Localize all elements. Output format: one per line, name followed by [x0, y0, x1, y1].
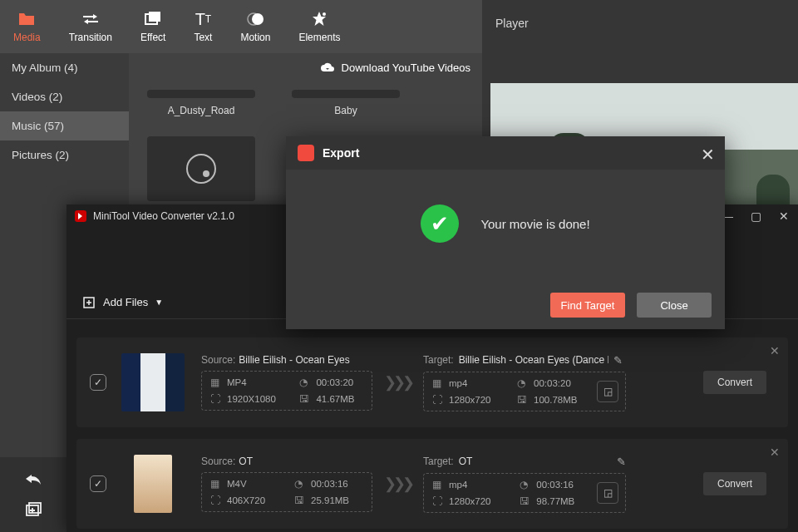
source-column: Source:OT ▦M4V ◔00:03:16 ⛶406X720 🖫25.91…: [201, 456, 372, 512]
tab-effect[interactable]: Effect: [140, 10, 165, 43]
add-files-label: Add Files: [103, 296, 148, 308]
sidebar-item-pictures[interactable]: Pictures (2): [0, 140, 129, 170]
source-resolution: 1920X1080: [227, 394, 276, 404]
target-prefix: Target:: [423, 456, 454, 467]
download-youtube-label: Download YouTube Videos: [342, 62, 470, 74]
converter-job-row: ✓ Source:OT ▦M4V ◔00:03:16 ⛶406X720 🖫25.…: [76, 439, 788, 529]
export-dialog-body: ✔ Your movie is done!: [286, 170, 725, 278]
convert-button[interactable]: Convert: [703, 472, 766, 495]
filesize-icon: 🖫: [517, 394, 529, 406]
tab-media-label: Media: [13, 32, 41, 43]
resolution-icon: ⛶: [432, 394, 444, 406]
source-resolution: 406X720: [227, 495, 265, 505]
source-size: 41.67MB: [316, 394, 354, 404]
source-format: M4V: [227, 479, 247, 489]
target-meta-box: ▦mp4 ◔00:03:16 ⛶1280x720 🖫98.77MB ◲: [423, 473, 626, 513]
format-icon: ▦: [210, 478, 222, 490]
tab-transition[interactable]: Transition: [69, 10, 112, 43]
source-prefix: Source:: [201, 456, 235, 467]
maximize-button[interactable]: ▢: [741, 204, 770, 228]
format-icon: ▦: [432, 479, 444, 490]
edit-target-icon[interactable]: ✎: [617, 456, 626, 468]
resolution-icon: ⛶: [210, 393, 222, 405]
tab-motion[interactable]: Motion: [240, 10, 270, 43]
target-column: Target:Billie Eilish - Ocean Eyes (Dance…: [423, 354, 626, 411]
export-app-icon: [298, 145, 314, 161]
add-track-icon[interactable]: [25, 502, 42, 517]
target-size: 98.77MB: [536, 496, 574, 506]
chevron-down-icon[interactable]: ▼: [155, 298, 163, 307]
clock-icon: ◔: [299, 377, 311, 388]
export-message: Your movie is done!: [480, 217, 589, 231]
timeline-tool-column: [0, 457, 66, 532]
source-size: 25.91MB: [311, 495, 349, 505]
undo-icon[interactable]: [24, 472, 42, 485]
source-column: Source:Billie Eilish - Ocean Eyes ▦MP4 ◔…: [201, 354, 372, 411]
source-thumbnail: [134, 455, 172, 513]
elements-icon: [311, 10, 328, 28]
sidebar-item-my-album[interactable]: My Album (4): [0, 53, 129, 82]
clock-icon: ◔: [517, 377, 529, 389]
clock-icon: ◔: [294, 478, 306, 490]
row-checkbox[interactable]: ✓: [90, 374, 106, 391]
tab-motion-label: Motion: [240, 32, 270, 43]
tab-effect-label: Effect: [140, 32, 165, 43]
convert-button[interactable]: Convert: [703, 371, 766, 394]
close-button[interactable]: Close: [637, 293, 712, 318]
effect-icon: [145, 10, 161, 28]
converter-job-row: ✓ Source:Billie Eilish - Ocean Eyes ▦MP4…: [76, 337, 788, 427]
target-resolution: 1280x720: [449, 395, 491, 405]
text-icon: TT: [195, 10, 212, 28]
row-checkbox[interactable]: ✓: [90, 475, 106, 492]
player-title: Player: [482, 0, 798, 47]
add-file-icon: [83, 296, 96, 309]
source-thumbnail: [121, 353, 185, 411]
music-note-icon: [186, 154, 216, 184]
target-settings-button[interactable]: ◲: [597, 381, 618, 402]
remove-row-icon[interactable]: ✕: [770, 446, 780, 459]
svg-rect-6: [29, 503, 41, 513]
source-name: OT: [239, 456, 253, 467]
format-icon: ▦: [210, 377, 222, 388]
target-name: Billie Eilish - Ocean Eyes (Dance Perf: [459, 354, 608, 366]
remove-row-icon[interactable]: ✕: [770, 344, 780, 357]
clock-icon: ◔: [520, 479, 531, 490]
tab-media[interactable]: Media: [13, 10, 41, 43]
add-files-button[interactable]: Add Files ▼: [83, 296, 163, 309]
sidebar-item-music[interactable]: Music (57): [0, 111, 129, 140]
export-dialog-footer: Find Target Close: [550, 293, 712, 318]
source-prefix: Source:: [201, 354, 235, 366]
source-format: MP4: [227, 377, 247, 387]
target-duration: 00:03:16: [536, 480, 574, 490]
tab-elements[interactable]: Elements: [298, 10, 340, 43]
export-dialog-header[interactable]: Export ✕: [286, 136, 725, 170]
target-settings-button[interactable]: ◲: [597, 482, 618, 504]
close-icon[interactable]: ✕: [701, 145, 715, 165]
tab-transition-label: Transition: [69, 32, 112, 43]
media-thumb[interactable]: A_Dusty_Road: [147, 90, 255, 116]
target-duration: 00:03:20: [534, 378, 571, 388]
converter-title: MiniTool Video Converter v2.1.0: [93, 210, 234, 222]
find-target-button[interactable]: Find Target: [550, 293, 625, 318]
cloud-download-icon: [320, 62, 335, 74]
filesize-icon: 🖫: [299, 393, 311, 405]
export-dialog: Export ✕ ✔ Your movie is done! Find Targ…: [286, 136, 725, 329]
target-resolution: 1280x720: [449, 496, 491, 506]
media-thumb[interactable]: Baby: [292, 90, 400, 116]
edit-target-icon[interactable]: ✎: [613, 354, 623, 367]
sidebar-item-videos[interactable]: Videos (2): [0, 82, 129, 111]
close-window-button[interactable]: ✕: [770, 204, 798, 228]
target-name: OT: [459, 456, 473, 467]
media-thumb-label: Baby: [292, 105, 400, 116]
tab-elements-label: Elements: [298, 32, 340, 43]
export-dialog-title: Export: [323, 146, 359, 160]
tab-text-label: Text: [194, 32, 212, 43]
target-column: Target:OT✎ ▦mp4 ◔00:03:16 ⛶1280x720 🖫98.…: [423, 456, 626, 513]
arrow-icon: ❯❯❯: [372, 475, 423, 493]
download-youtube-button[interactable]: Download YouTube Videos: [320, 62, 470, 74]
media-thumb[interactable]: [147, 136, 255, 201]
target-meta-box: ▦mp4 ◔00:03:20 ⛶1280x720 🖫100.78MB ◲: [423, 372, 626, 411]
filesize-icon: 🖫: [294, 495, 306, 506]
tab-text[interactable]: TT Text: [194, 10, 212, 43]
success-check-icon: ✔: [421, 204, 459, 243]
